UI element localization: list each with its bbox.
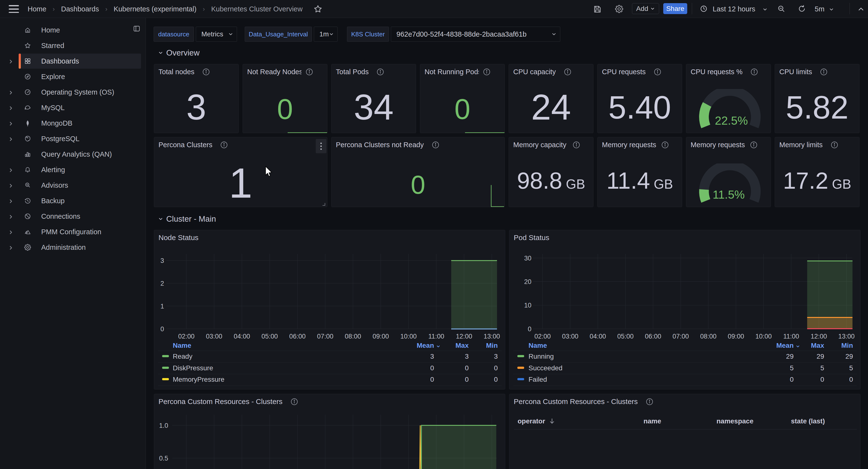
svg-text:05:00: 05:00: [617, 333, 634, 340]
svg-text:22.5%: 22.5%: [715, 114, 748, 127]
svg-text:20: 20: [524, 278, 531, 286]
svg-text:08:00: 08:00: [700, 333, 717, 340]
svg-text:0.5: 0.5: [159, 455, 168, 462]
svg-text:04:00: 04:00: [234, 333, 250, 340]
svg-text:06:00: 06:00: [289, 333, 306, 340]
svg-text:1: 1: [160, 303, 164, 310]
svg-text:07:00: 07:00: [317, 333, 334, 340]
svg-text:30: 30: [524, 255, 531, 262]
svg-text:09:00: 09:00: [728, 333, 744, 340]
svg-text:07:00: 07:00: [673, 333, 689, 340]
svg-text:10:00: 10:00: [755, 333, 772, 340]
svg-text:04:00: 04:00: [590, 333, 606, 340]
svg-text:12:00: 12:00: [811, 333, 827, 340]
svg-text:02:00: 02:00: [534, 333, 551, 340]
svg-text:02:00: 02:00: [178, 333, 194, 340]
svg-text:1.0: 1.0: [159, 422, 168, 429]
svg-text:0: 0: [528, 325, 531, 333]
svg-text:03:00: 03:00: [206, 333, 222, 340]
svg-text:10: 10: [524, 302, 531, 309]
svg-text:08:00: 08:00: [345, 333, 361, 340]
svg-text:13:00: 13:00: [484, 333, 500, 340]
svg-text:11.5%: 11.5%: [713, 188, 745, 201]
svg-text:10:00: 10:00: [400, 333, 417, 340]
svg-text:0: 0: [160, 325, 164, 333]
svg-text:11:00: 11:00: [428, 333, 444, 340]
svg-text:03:00: 03:00: [562, 333, 579, 340]
svg-text:09:00: 09:00: [372, 333, 389, 340]
svg-text:2: 2: [160, 280, 164, 287]
svg-text:13:00: 13:00: [838, 333, 855, 340]
svg-text:3: 3: [160, 257, 164, 264]
svg-text:06:00: 06:00: [645, 333, 661, 340]
svg-text:05:00: 05:00: [261, 333, 278, 340]
svg-text:12:00: 12:00: [456, 333, 472, 340]
svg-text:11:00: 11:00: [783, 333, 799, 340]
